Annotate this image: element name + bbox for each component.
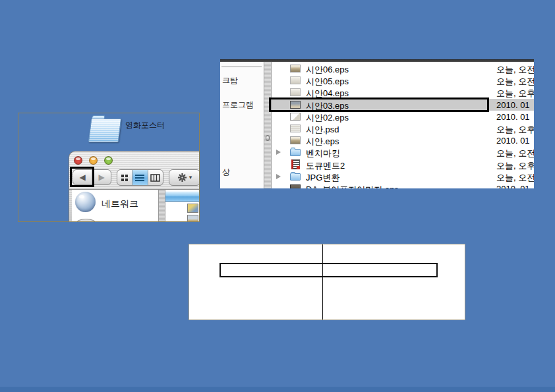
view-mode-buttons (117, 169, 163, 186)
file-date: 오늘, 오전 (496, 172, 534, 182)
eps-thumbnail-tan-icon (290, 65, 301, 72)
zoom-button[interactable] (104, 156, 113, 165)
finder-content-area (165, 190, 200, 222)
file-row[interactable]: 시안05.eps 오늘, 오전 (272, 74, 534, 86)
psd-thumbnail-icon (290, 125, 301, 132)
desktop-bottom-strip (0, 387, 555, 392)
selected-file-annotation-box (269, 98, 489, 112)
file-list: 시안06.eps 오늘, 오전 시안05.eps 오늘, 오전 시안04.eps… (272, 62, 534, 188)
network-globe-icon (75, 192, 96, 212)
file-row[interactable]: 도큐멘트2 오늘, 오후 (272, 159, 534, 171)
file-name: 시안.psd (306, 124, 339, 134)
eps-thumbnail-tan-icon (290, 136, 301, 144)
sidebar-item-network[interactable]: 네트워크 (102, 198, 138, 210)
file-name: JPG변환 (306, 172, 339, 182)
forward-button[interactable]: ▶ (92, 170, 111, 184)
column-view-button[interactable] (148, 170, 163, 185)
folder-icon (290, 173, 301, 181)
layout-canvas (189, 244, 465, 320)
eps-thumbnail-pale-icon (290, 76, 301, 84)
sidebar-splitter[interactable] (158, 190, 165, 222)
file-date: 2010. 01 (496, 100, 530, 110)
file-name: 시안.eps (306, 136, 339, 146)
finder-list-fragment: 크탑 프로그램 상 시안06.eps 오늘, 오전 시안05.eps 오늘, 오… (220, 59, 534, 188)
splitter-knob[interactable] (266, 135, 270, 141)
photo-thumbnail[interactable] (187, 215, 198, 222)
file-date: 오늘, 오전 (496, 64, 534, 74)
eps-thumbnail-dark-icon (290, 184, 301, 188)
desktop-background: 영화포스터 ◀ ▶ (0, 0, 555, 392)
file-name: 시안02.eps (306, 112, 349, 123)
file-name: 시안06.eps (306, 64, 349, 74)
file-row[interactable]: 벤치마킹 오늘, 오전 (272, 146, 534, 158)
column-view-icon (150, 174, 160, 182)
chevron-down-icon: ▾ (189, 175, 192, 181)
disclosure-triangle-icon[interactable] (276, 150, 281, 155)
file-name: 벤치마킹 (306, 148, 340, 158)
minimize-button[interactable] (89, 156, 98, 165)
icon-view-button[interactable] (117, 170, 132, 185)
file-row[interactable]: 시안.psd 오늘, 오후 (272, 123, 534, 134)
close-button[interactable] (74, 156, 82, 165)
file-row[interactable]: JPG변환 오늘, 오전 (272, 171, 534, 182)
text-box-outline (219, 263, 438, 277)
disclosure-triangle-icon[interactable] (276, 174, 281, 179)
sidebar-item-applications[interactable]: 프로그램 (222, 99, 254, 111)
file-name: 시안05.eps (306, 76, 349, 86)
list-view-icon (135, 174, 144, 182)
file-name: DA_붙어표지이미지.eps (306, 184, 399, 188)
action-gear-button[interactable]: ▾ (169, 169, 200, 186)
file-row[interactable]: 시안.eps 2010. 01 (272, 134, 534, 146)
document-red-icon (291, 159, 300, 169)
file-row[interactable]: 시안06.eps 오늘, 오전 (272, 63, 534, 74)
movie-poster-folder-icon[interactable] (89, 115, 121, 143)
eps-thumbnail-pale-icon (290, 88, 301, 96)
file-name: 도큐멘트2 (306, 160, 345, 171)
folder-label: 영화포스터 (125, 120, 165, 131)
center-divider-line (322, 244, 323, 320)
gear-icon (177, 173, 187, 182)
file-date: 오늘, 오후 (496, 160, 534, 171)
file-name: 시안04.eps (306, 88, 349, 98)
file-date: 2010. 01 (496, 136, 530, 146)
selected-column-header[interactable] (165, 191, 200, 202)
file-row[interactable]: 시안04.eps 오늘, 오후 (272, 86, 534, 98)
file-date: 오늘, 오후 (496, 124, 534, 134)
list-sidebar: 크탑 프로그램 상 (220, 62, 264, 188)
finder-desktop-fragment: 영화포스터 ◀ ▶ (18, 113, 200, 222)
back-button-annotation-box (70, 167, 94, 187)
file-row[interactable]: DA_붙어표지이미지.eps 2010. 01 (272, 182, 534, 188)
folder-body (88, 119, 121, 142)
folder-icon (290, 149, 301, 156)
file-row[interactable]: 시안02.eps 2010. 01 (272, 111, 534, 123)
finder-sidebar: 네트워크 (72, 190, 158, 222)
file-date: 2010. 01 (496, 184, 530, 188)
file-date: 2010. 01 (496, 112, 530, 122)
finder-window: ◀ ▶ (69, 151, 200, 222)
sidebar-item-movies[interactable]: 상 (222, 167, 230, 178)
icon-view-icon (121, 174, 129, 182)
file-date: 오늘, 오전 (496, 148, 534, 158)
photo-thumbnail[interactable] (187, 204, 198, 213)
eps-thumbnail-fold-icon (290, 113, 301, 121)
list-view-button[interactable] (132, 170, 147, 185)
file-date: 오늘, 오전 (496, 76, 534, 86)
list-sidebar-splitter[interactable] (264, 62, 272, 188)
sidebar-item-desktop[interactable]: 크탑 (222, 75, 238, 86)
sidebar-divider (221, 67, 262, 67)
file-date: 오늘, 오후 (496, 88, 534, 98)
disk-icon (76, 219, 96, 222)
